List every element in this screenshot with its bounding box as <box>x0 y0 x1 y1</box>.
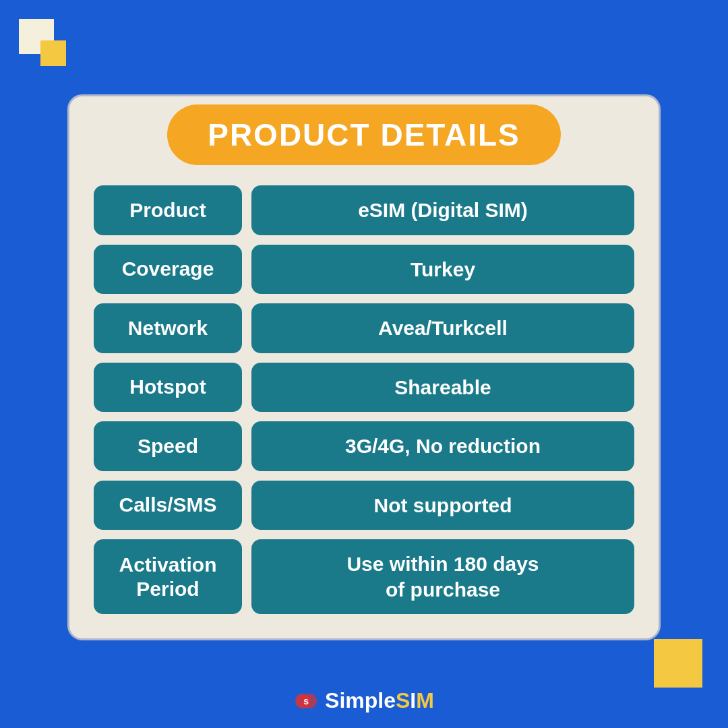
brand-logo: s SimpleSIM <box>294 688 434 713</box>
row-calls-sms: Calls/SMS Not supported <box>94 481 634 530</box>
row-hotspot: Hotspot Shareable <box>94 363 634 413</box>
value-speed: 3G/4G, No reduction <box>251 421 634 471</box>
svg-text:s: s <box>303 696 309 706</box>
value-activation-period: Use within 180 days of purchase <box>251 539 634 614</box>
value-coverage: Turkey <box>251 245 634 295</box>
label-speed: Speed <box>94 421 242 471</box>
page-title: PRODUCT DETAILS <box>208 117 520 152</box>
row-network: Network Avea/Turkcell <box>94 303 634 353</box>
row-product: Product eSIM (Digital SIM) <box>94 185 634 235</box>
footer-brand: s SimpleSIM <box>294 688 434 713</box>
value-product: eSIM (Digital SIM) <box>251 185 634 235</box>
title-badge: PRODUCT DETAILS <box>167 104 561 165</box>
row-coverage: Coverage Turkey <box>94 245 634 295</box>
value-network: Avea/Turkcell <box>251 303 634 353</box>
value-calls-sms: Not supported <box>251 481 634 530</box>
label-calls-sms: Calls/SMS <box>94 481 242 530</box>
label-product: Product <box>94 185 242 235</box>
product-details-card: PRODUCT DETAILS Product eSIM (Digital SI… <box>67 94 661 640</box>
deco-bottom-right <box>654 639 702 688</box>
page-wrapper: PRODUCT DETAILS Product eSIM (Digital SI… <box>0 0 728 728</box>
label-activation-period: Activation Period <box>94 539 242 614</box>
value-hotspot: Shareable <box>251 363 634 413</box>
details-table: Product eSIM (Digital SIM) Coverage Turk… <box>94 185 634 614</box>
label-network: Network <box>94 303 242 353</box>
label-hotspot: Hotspot <box>94 363 242 413</box>
deco-top-left <box>19 19 66 66</box>
row-speed: Speed 3G/4G, No reduction <box>94 421 634 471</box>
brand-name: SimpleSIM <box>325 688 434 713</box>
row-activation-period: Activation Period Use within 180 days of… <box>94 539 634 614</box>
label-coverage: Coverage <box>94 245 242 295</box>
title-wrapper: PRODUCT DETAILS <box>94 104 634 165</box>
simplesim-logo-icon: s <box>294 689 318 713</box>
